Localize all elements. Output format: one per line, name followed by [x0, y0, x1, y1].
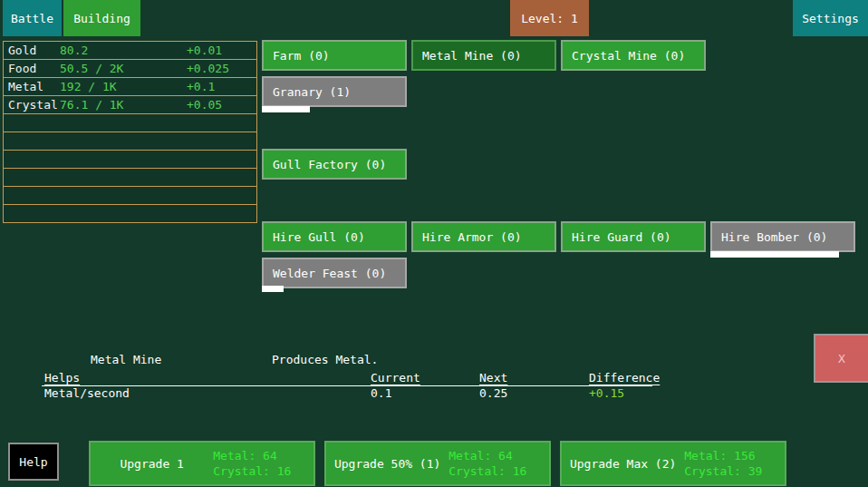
resource-value: 50.5 / 2K [60, 60, 123, 77]
help-button[interactable]: Help [8, 443, 59, 481]
resource-rate: +0.1 [187, 78, 215, 95]
building-crystal-mine-button[interactable]: Crystal Mine (0) [561, 40, 706, 71]
help-label: Help [19, 455, 47, 469]
resource-row-food: Food 50.5 / 2K +0.025 [4, 60, 256, 78]
cost-crystal: Crystal: 16 [448, 463, 549, 479]
detail-header-current: Current [371, 371, 420, 385]
cost-crystal: Crystal: 16 [213, 463, 313, 479]
detail-row-difference: +0.15 [589, 386, 624, 400]
building-granary-label: Granary (1) [273, 85, 351, 99]
tab-battle[interactable]: Battle [3, 0, 62, 36]
upgrade-50-label: Upgrade 50% (1) [326, 457, 448, 471]
resource-row-metal: Metal 192 / 1K +0.1 [4, 78, 256, 96]
cost-metal: Metal: 156 [684, 448, 785, 463]
hire-bomber-button[interactable]: Hire Bomber (0) [710, 221, 855, 252]
building-gull-factory-label: Gull Factory (0) [273, 158, 386, 171]
building-metal-mine-button[interactable]: Metal Mine (0) [411, 40, 556, 71]
detail-header-difference: Difference [589, 371, 660, 385]
resource-row-empty [4, 205, 256, 223]
resource-row-crystal: Crystal 76.1 / 1K +0.05 [4, 96, 256, 114]
tab-building-label: Building [73, 12, 130, 25]
hire-armor-button[interactable]: Hire Armor (0) [411, 221, 556, 252]
upgrade-1-button[interactable]: Upgrade 1 Metal: 64 Crystal: 16 [89, 441, 315, 486]
cost-metal: Metal: 64 [448, 448, 549, 463]
welder-feast-button[interactable]: Welder Feast (0) [262, 258, 407, 288]
resource-row-gold: Gold 80.2 +0.01 [4, 42, 256, 60]
resource-value: 76.1 / 1K [60, 96, 123, 113]
hire-guard-label: Hire Guard (0) [572, 230, 671, 244]
granary-progress-bar [262, 106, 407, 112]
upgrade-max-label: Upgrade Max (2) [562, 457, 684, 471]
settings-button[interactable]: Settings [793, 0, 868, 36]
cost-crystal: Crystal: 39 [684, 463, 785, 479]
hire-bomber-progress-bar [710, 251, 855, 258]
detail-header-next: Next [479, 371, 507, 385]
resource-row-empty [4, 187, 256, 205]
upgrade-max-button[interactable]: Upgrade Max (2) Metal: 156 Crystal: 39 [560, 441, 786, 486]
welder-feast-label: Welder Feast (0) [273, 267, 386, 280]
resource-table: Gold 80.2 +0.01 Food 50.5 / 2K +0.025 Me… [3, 41, 257, 223]
upgrade-max-costs: Metal: 156 Crystal: 39 [684, 448, 785, 479]
hire-gull-button[interactable]: Hire Gull (0) [262, 221, 407, 252]
resource-row-empty [4, 169, 256, 187]
hire-bomber-label: Hire Bomber (0) [721, 230, 827, 244]
upgrade-1-label: Upgrade 1 [91, 457, 213, 471]
detail-header-helps: Helps [44, 371, 80, 385]
resource-rate: +0.025 [187, 60, 229, 77]
detail-description: Produces Metal. [272, 353, 378, 366]
detail-title: Metal Mine [91, 353, 161, 366]
building-gull-factory-button[interactable]: Gull Factory (0) [262, 149, 407, 180]
detail-header-rule [42, 385, 652, 386]
detail-row-current: 0.1 [371, 386, 391, 400]
resource-value: 192 / 1K [60, 78, 117, 95]
level-label: Level: 1 [521, 12, 578, 25]
building-farm-button[interactable]: Farm (0) [262, 40, 407, 71]
hire-guard-button[interactable]: Hire Guard (0) [561, 221, 706, 252]
building-crystal-mine-label: Crystal Mine (0) [572, 49, 685, 63]
settings-label: Settings [802, 12, 859, 25]
building-metal-mine-label: Metal Mine (0) [422, 49, 522, 63]
tab-building[interactable]: Building [63, 0, 140, 36]
resource-row-empty [4, 151, 256, 169]
close-detail-button[interactable]: X [814, 334, 868, 383]
building-granary-button[interactable]: Granary (1) [262, 76, 407, 107]
upgrade-1-costs: Metal: 64 Crystal: 16 [213, 448, 313, 479]
upgrade-50-button[interactable]: Upgrade 50% (1) Metal: 64 Crystal: 16 [324, 441, 551, 486]
game-screen: { "colors": { "background": "#133a2a", "… [0, 0, 868, 487]
close-icon: X [838, 352, 845, 365]
resource-value: 80.2 [60, 42, 88, 59]
detail-row-next: 0.25 [479, 386, 507, 400]
resource-rate: +0.05 [187, 96, 222, 113]
resource-row-empty [4, 132, 256, 151]
cost-metal: Metal: 64 [213, 448, 313, 463]
resource-name: Metal [8, 78, 43, 95]
resource-name: Food [8, 60, 36, 77]
welder-feast-progress-bar [262, 286, 407, 292]
tab-battle-label: Battle [11, 12, 53, 25]
level-indicator[interactable]: Level: 1 [510, 0, 589, 36]
resource-rate: +0.01 [187, 42, 222, 59]
resource-name: Crystal [8, 96, 58, 113]
hire-armor-label: Hire Armor (0) [422, 230, 522, 244]
hire-gull-label: Hire Gull (0) [273, 230, 365, 244]
resource-row-empty [4, 114, 256, 132]
building-farm-label: Farm (0) [273, 49, 330, 63]
resource-name: Gold [8, 42, 36, 59]
upgrade-50-costs: Metal: 64 Crystal: 16 [448, 448, 549, 479]
detail-row-name: Metal/second [44, 386, 130, 400]
